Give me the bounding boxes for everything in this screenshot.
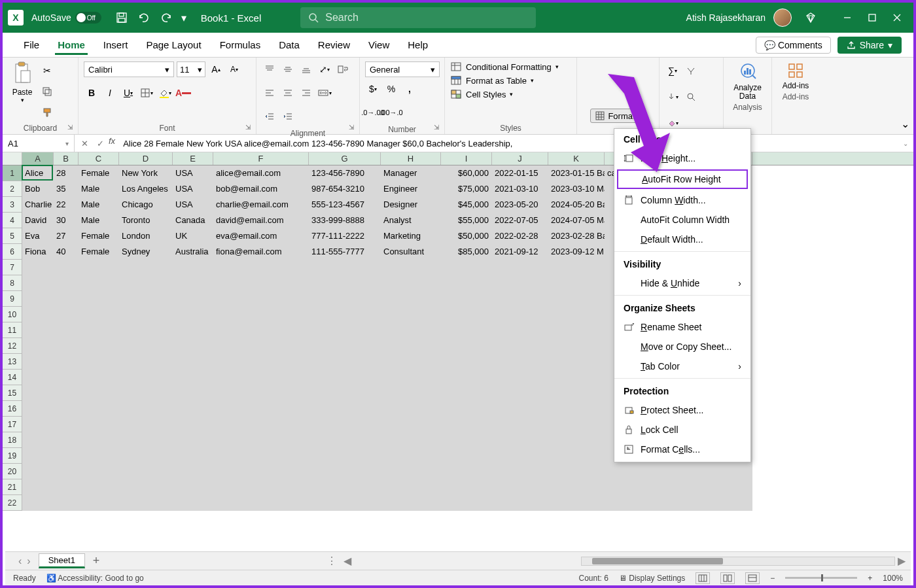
view-page-layout-icon[interactable] <box>720 572 735 584</box>
cell[interactable] <box>173 385 213 401</box>
cell[interactable]: $50,000 <box>441 228 492 244</box>
cell[interactable] <box>54 401 79 417</box>
cell[interactable]: Male <box>79 197 119 213</box>
cell[interactable]: Fiona <box>22 244 54 260</box>
cell[interactable] <box>548 275 605 291</box>
cell[interactable] <box>441 464 492 479</box>
cell[interactable]: USA <box>173 181 213 197</box>
cell[interactable]: Marketing <box>381 228 441 244</box>
sort-filter-icon[interactable] <box>683 63 699 78</box>
font-name-dropdown[interactable]: Calibri▾ <box>84 61 174 77</box>
row-header-22[interactable]: 22 <box>3 495 22 511</box>
row-header-16[interactable]: 16 <box>3 401 22 417</box>
cell[interactable] <box>22 354 54 370</box>
menu-protect-sheet[interactable]: Protect Sheet... <box>614 400 750 420</box>
cell[interactable] <box>213 370 309 385</box>
cell[interactable] <box>548 495 605 511</box>
cell[interactable]: Eva <box>22 228 54 244</box>
cell[interactable]: 123-456-7890 <box>309 165 381 181</box>
cell[interactable] <box>79 401 119 417</box>
cell[interactable] <box>79 448 119 464</box>
sheet-nav-prev[interactable]: ‹ <box>18 555 22 567</box>
row-header-4[interactable]: 4 <box>3 213 22 228</box>
cell[interactable] <box>119 385 173 401</box>
cell[interactable]: Alice <box>22 165 54 181</box>
cell[interactable] <box>381 495 441 511</box>
cell[interactable]: Female <box>79 244 119 260</box>
cell[interactable]: 987-654-3210 <box>309 181 381 197</box>
comma-icon[interactable]: , <box>402 81 417 97</box>
find-select-icon[interactable] <box>683 89 699 105</box>
cell[interactable] <box>22 307 54 322</box>
cell[interactable]: 333-999-8888 <box>309 213 381 228</box>
cell[interactable] <box>441 479 492 495</box>
cell[interactable] <box>79 322 119 338</box>
cell[interactable] <box>381 385 441 401</box>
underline-icon[interactable]: U▾ <box>120 85 136 101</box>
col-header-F[interactable]: F <box>213 152 309 165</box>
tab-review[interactable]: Review <box>309 35 359 54</box>
cell[interactable] <box>381 417 441 432</box>
cell[interactable] <box>309 432 381 448</box>
cell[interactable] <box>119 417 173 432</box>
cell[interactable]: Sydney <box>119 244 173 260</box>
cell[interactable] <box>54 307 79 322</box>
cell[interactable] <box>79 291 119 307</box>
col-header-J[interactable]: J <box>492 152 548 165</box>
menu-column-width[interactable]: Column Width... <box>614 190 750 210</box>
alignment-dialog-launcher[interactable]: ⇲ <box>349 124 357 131</box>
zoom-slider[interactable] <box>785 577 857 579</box>
cell[interactable] <box>605 464 654 479</box>
decrease-indent-icon[interactable] <box>262 109 277 124</box>
cell[interactable]: London <box>119 228 173 244</box>
cell[interactable] <box>654 464 722 479</box>
redo-icon[interactable] <box>156 8 176 27</box>
cancel-formula-icon[interactable]: ✕ <box>77 136 92 150</box>
cell[interactable] <box>381 291 441 307</box>
cell[interactable] <box>441 495 492 511</box>
menu-row-height[interactable]: Row Height... <box>614 148 750 168</box>
format-button[interactable]: Format▾ <box>590 109 645 123</box>
menu-rename-sheet[interactable]: Rename Sheet <box>614 317 750 337</box>
cell[interactable] <box>213 291 309 307</box>
row-header-9[interactable]: 9 <box>3 291 22 307</box>
cell[interactable] <box>492 291 548 307</box>
cell[interactable] <box>381 322 441 338</box>
row-header-12[interactable]: 12 <box>3 338 22 354</box>
cell[interactable] <box>492 260 548 275</box>
cell[interactable] <box>173 260 213 275</box>
cell[interactable] <box>213 322 309 338</box>
cell[interactable]: 35 <box>54 181 79 197</box>
cell[interactable] <box>722 495 752 511</box>
tab-data[interactable]: Data <box>270 35 309 54</box>
cell[interactable]: 27 <box>54 228 79 244</box>
cell[interactable] <box>548 448 605 464</box>
format-as-table-button[interactable]: Format as Table▾ <box>450 75 534 86</box>
cell[interactable]: 2022-07-05 <box>492 213 548 228</box>
menu-autofit-row-height[interactable]: AutoFit Row Height <box>617 169 748 189</box>
cell[interactable] <box>22 479 54 495</box>
maximize-icon[interactable] <box>862 8 882 27</box>
cell[interactable] <box>492 370 548 385</box>
col-header-H[interactable]: H <box>381 152 441 165</box>
cell[interactable] <box>173 322 213 338</box>
copy-icon[interactable] <box>39 84 55 99</box>
cell[interactable] <box>22 260 54 275</box>
cell[interactable]: bob@email.com <box>213 181 309 197</box>
cell[interactable] <box>309 385 381 401</box>
sheet-options-icon[interactable]: ⋮ <box>326 555 337 567</box>
format-painter-icon[interactable] <box>39 105 55 120</box>
cell[interactable]: 2021-03-10 <box>492 181 548 197</box>
cell[interactable] <box>213 432 309 448</box>
cell[interactable] <box>605 479 654 495</box>
cell[interactable]: 2024-07-05 Ma <box>548 213 605 228</box>
cell[interactable] <box>54 322 79 338</box>
cell[interactable] <box>492 464 548 479</box>
cell[interactable] <box>441 260 492 275</box>
row-header-5[interactable]: 5 <box>3 228 22 244</box>
cell[interactable] <box>54 385 79 401</box>
cell[interactable] <box>54 275 79 291</box>
clipboard-dialog-launcher[interactable]: ⇲ <box>67 124 75 131</box>
cell[interactable] <box>309 260 381 275</box>
formula-content[interactable]: Alice 28 Female New York USA alice@email… <box>123 139 898 148</box>
